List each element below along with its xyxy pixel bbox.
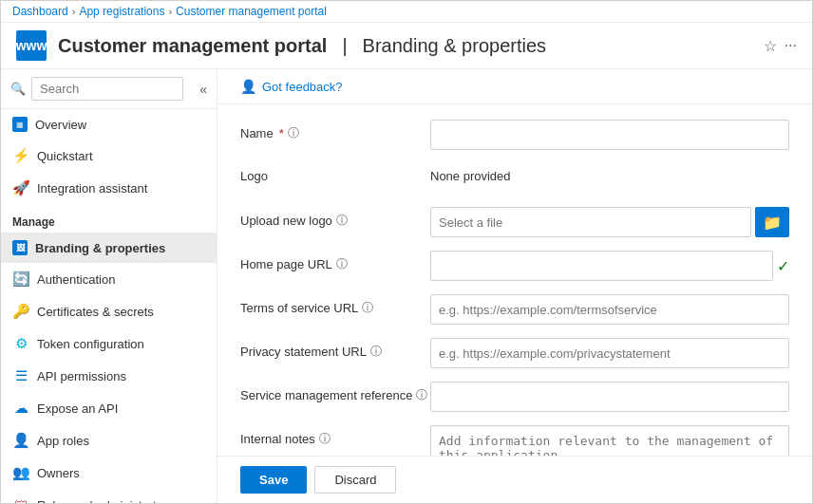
roles-icon: 🛡 [12, 496, 29, 503]
approles-icon: 👤 [12, 432, 29, 449]
breadcrumb-current: Customer management portal [176, 5, 327, 18]
branding-icon: 🖼 [12, 240, 28, 255]
internal-notes-row: Internal notes ⓘ [240, 425, 789, 456]
tos-control [430, 294, 789, 325]
sidebar-item-branding[interactable]: 🖼 Branding & properties [1, 233, 217, 263]
logo-value: None provided [430, 163, 789, 183]
search-icon: 🔍 [10, 82, 26, 96]
sidebar-item-app-roles[interactable]: 👤 App roles [1, 424, 217, 457]
service-mgmt-input[interactable] [430, 382, 789, 412]
header-actions: ☆ ··· [764, 37, 797, 55]
expose-icon: ☁ [12, 400, 29, 417]
homepage-info-icon[interactable]: ⓘ [336, 256, 348, 272]
internal-notes-textarea[interactable] [430, 425, 789, 456]
sidebar-item-token[interactable]: ⚙ Token configuration [1, 327, 217, 360]
sidebar-item-expose-api[interactable]: ☁ Expose an API [1, 392, 217, 424]
logo-label: Logo [240, 163, 430, 183]
feedback-link[interactable]: Got feedback? [262, 80, 343, 94]
auth-icon: 🔄 [12, 271, 29, 288]
name-input[interactable]: Customer management portal [430, 120, 789, 150]
homepage-row: Home page URL ⓘ http://crm. .com ✓ [240, 251, 789, 281]
name-field-wrap: Customer management portal [430, 120, 789, 150]
sidebar-item-label: Integration assistant [37, 181, 147, 196]
service-mgmt-info-icon[interactable]: ⓘ [416, 387, 427, 403]
breadcrumb: Dashboard › App registrations › Customer… [1, 1, 812, 23]
upload-row: Upload new logo ⓘ 📁 [240, 207, 789, 237]
token-icon: ⚙ [12, 335, 29, 352]
feedback-icon: 👤 [240, 79, 256, 94]
sidebar: 🔍 « ▦ Overview ⚡ Quickstart 🚀 Integratio… [1, 69, 217, 503]
search-box: 🔍 « [1, 69, 217, 109]
form-area: Name * ⓘ Customer management portal Logo… [217, 104, 812, 456]
integration-icon: 🚀 [12, 179, 29, 196]
name-required: * [279, 126, 284, 140]
tos-row: Terms of service URL ⓘ [240, 294, 789, 325]
upload-button[interactable]: 📁 [755, 207, 789, 237]
internal-notes-label: Internal notes ⓘ [240, 425, 430, 447]
sidebar-item-quickstart[interactable]: ⚡ Quickstart [1, 140, 217, 172]
sidebar-item-label: Owners [37, 466, 80, 480]
upload-file-input[interactable] [430, 207, 751, 237]
name-info-icon[interactable]: ⓘ [288, 125, 299, 141]
main-layout: 🔍 « ▦ Overview ⚡ Quickstart 🚀 Integratio… [1, 69, 812, 503]
internal-notes-info-icon[interactable]: ⓘ [319, 431, 331, 447]
cert-icon: 🔑 [12, 303, 29, 320]
collapse-button[interactable]: « [199, 82, 207, 97]
internal-notes-control [430, 425, 789, 456]
discard-button[interactable]: Discard [314, 466, 396, 494]
tos-input[interactable] [430, 294, 789, 325]
name-label: Name * ⓘ [240, 120, 430, 141]
upload-label: Upload new logo ⓘ [240, 207, 430, 229]
header-divider: | [342, 35, 347, 57]
app-icon: www [16, 30, 47, 61]
page-subtitle: Branding & properties [363, 35, 546, 57]
manage-section-label: Manage [1, 204, 217, 233]
privacy-row: Privacy statement URL ⓘ [240, 338, 789, 368]
privacy-info-icon[interactable]: ⓘ [370, 344, 382, 360]
breadcrumb-dashboard[interactable]: Dashboard [12, 5, 68, 18]
page-header: www Customer management portal | Brandin… [1, 23, 812, 69]
sidebar-item-label: Certificates & secrets [37, 305, 154, 319]
sidebar-item-label: Expose an API [37, 401, 118, 416]
sidebar-item-owners[interactable]: 👥 Owners [1, 457, 217, 489]
name-row: Name * ⓘ Customer management portal [240, 120, 789, 150]
logo-static: None provided [430, 163, 789, 183]
sidebar-item-authentication[interactable]: 🔄 Authentication [1, 263, 217, 295]
breadcrumb-app-registrations[interactable]: App registrations [79, 5, 164, 18]
url-valid-icon: ✓ [777, 257, 789, 275]
search-input[interactable] [31, 77, 183, 101]
homepage-label: Home page URL ⓘ [240, 251, 430, 272]
more-icon[interactable]: ··· [785, 37, 797, 55]
sidebar-item-label: Overview [35, 118, 86, 132]
privacy-control [430, 338, 789, 368]
owners-icon: 👥 [12, 464, 29, 481]
form-footer: Save Discard [217, 456, 812, 503]
page-title: Customer management portal [58, 35, 327, 57]
service-mgmt-label: Service management reference ⓘ [240, 382, 430, 403]
privacy-label: Privacy statement URL ⓘ [240, 338, 430, 360]
upload-info-icon[interactable]: ⓘ [336, 213, 348, 229]
sidebar-item-overview[interactable]: ▦ Overview [1, 109, 217, 140]
homepage-input[interactable]: http://crm. .com [430, 251, 773, 281]
pin-icon[interactable]: ☆ [764, 37, 777, 55]
save-button[interactable]: Save [240, 466, 307, 494]
tos-info-icon[interactable]: ⓘ [362, 300, 373, 316]
homepage-control: http://crm. .com ✓ [430, 251, 789, 281]
quickstart-icon: ⚡ [12, 147, 29, 164]
sidebar-item-roles-admin[interactable]: 🛡 Roles and administrators [1, 489, 217, 503]
service-mgmt-control [430, 382, 789, 412]
api-icon: ☰ [12, 367, 29, 384]
upload-wrap: 📁 [430, 207, 789, 237]
sidebar-item-label: Authentication [37, 272, 115, 287]
sidebar-item-integration[interactable]: 🚀 Integration assistant [1, 172, 217, 204]
sidebar-item-label: Roles and administrators [37, 498, 174, 504]
breadcrumb-sep2: › [168, 6, 172, 17]
sidebar-item-api-permissions[interactable]: ☰ API permissions [1, 360, 217, 392]
homepage-url-wrap: http://crm. .com ✓ [430, 251, 789, 281]
tos-label: Terms of service URL ⓘ [240, 294, 430, 316]
sidebar-item-label: Branding & properties [35, 241, 165, 255]
sidebar-item-label: App roles [37, 434, 89, 448]
breadcrumb-sep1: › [72, 6, 76, 17]
privacy-input[interactable] [430, 338, 789, 368]
sidebar-item-certs[interactable]: 🔑 Certificates & secrets [1, 295, 217, 327]
